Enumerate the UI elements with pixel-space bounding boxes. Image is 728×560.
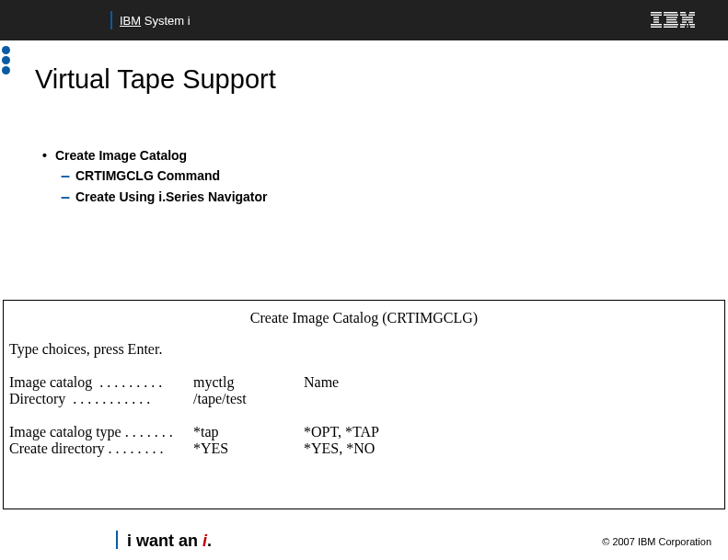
brand: IBM System i (110, 11, 191, 29)
panel-title: Create Image Catalog (CRTIMGCLG) (9, 310, 719, 326)
field-options: *OPT, *TAP (304, 424, 379, 440)
svg-rect-22 (688, 21, 693, 22)
svg-rect-23 (680, 24, 686, 25)
svg-rect-3 (653, 19, 659, 20)
svg-rect-20 (682, 19, 693, 20)
svg-rect-11 (666, 21, 677, 22)
panel-instruction: Type choices, press Enter. (9, 341, 719, 358)
ibm-logo-icon (651, 12, 695, 29)
field-value: *YES (193, 440, 285, 457)
svg-rect-8 (664, 15, 678, 16)
svg-rect-2 (653, 17, 659, 17)
field-value: *tap (193, 424, 285, 440)
footer-accent-bar (116, 531, 118, 549)
field-row: Image catalog . . . . . . . . . myctlg N… (9, 374, 719, 391)
svg-rect-19 (688, 17, 693, 17)
svg-rect-18 (682, 17, 688, 17)
page-title: Virtual Tape Support (35, 64, 276, 95)
sub-bullet-text: Create Using i.Series Navigator (75, 187, 268, 207)
slide: IBM System i (0, 0, 728, 560)
field-row: Create directory . . . . . . . . *YES *Y… (9, 440, 719, 457)
field-value: /tape/test (193, 391, 285, 407)
bullet-item: • Create Image Catalog (42, 145, 268, 166)
svg-rect-21 (682, 21, 687, 22)
bullet-text: Create Image Catalog (55, 145, 187, 166)
sub-bullet-item: – Create Using i.Series Navigator (61, 187, 268, 207)
svg-rect-5 (651, 24, 662, 25)
svg-rect-13 (664, 27, 677, 28)
svg-rect-7 (664, 12, 677, 13)
copyright: © 2007 IBM Corporation (602, 536, 711, 547)
svg-rect-0 (651, 12, 662, 13)
svg-rect-16 (680, 15, 687, 16)
field-label: Image catalog type . . . . . . . (9, 424, 193, 440)
svg-rect-27 (687, 24, 688, 25)
svg-rect-17 (688, 15, 695, 16)
tagline: i want an i. (127, 531, 212, 551)
sub-bullet-text: CRTIMGCLG Command (75, 166, 220, 186)
header-bar: IBM System i (0, 0, 728, 40)
field-label: Create directory . . . . . . . . (9, 440, 193, 457)
field-value: myctlg (193, 374, 285, 391)
svg-rect-9 (666, 17, 677, 17)
dash-marker-icon: – (61, 167, 75, 186)
field-row: Image catalog type . . . . . . . *tap *O… (9, 424, 719, 440)
command-panel: Create Image Catalog (CRTIMGCLG) Type ch… (3, 300, 725, 509)
svg-rect-25 (680, 27, 685, 28)
bullet-marker-icon: • (42, 145, 55, 166)
sub-bullet-item: – CRTIMGCLG Command (61, 166, 268, 186)
field-label: Image catalog . . . . . . . . . (9, 374, 193, 391)
dots-decoration-icon (0, 44, 13, 76)
svg-rect-1 (651, 15, 662, 16)
field-options: *YES, *NO (304, 440, 375, 457)
tagline-post: . (207, 531, 212, 550)
tagline-pre: i want an (127, 531, 202, 550)
svg-rect-28 (688, 27, 688, 28)
footer: i want an i. © 2007 IBM Corporation (0, 527, 728, 554)
brand-rest: System i (141, 14, 190, 28)
brand-accent-bar (110, 11, 112, 29)
field-label: Directory . . . . . . . . . . . (9, 391, 193, 407)
svg-rect-14 (680, 12, 686, 13)
dash-marker-icon: – (61, 189, 75, 207)
svg-rect-24 (689, 24, 695, 25)
svg-rect-26 (690, 27, 695, 28)
field-options: Name (304, 374, 339, 391)
svg-rect-12 (664, 24, 678, 25)
svg-rect-4 (653, 21, 659, 22)
svg-rect-10 (666, 19, 676, 20)
brand-text: IBM System i (120, 14, 191, 28)
bullet-list: • Create Image Catalog – CRTIMGCLG Comma… (42, 145, 268, 207)
field-row: Directory . . . . . . . . . . . /tape/te… (9, 391, 719, 407)
svg-rect-15 (689, 12, 695, 13)
svg-rect-6 (651, 27, 662, 28)
brand-prefix: IBM (120, 14, 141, 28)
